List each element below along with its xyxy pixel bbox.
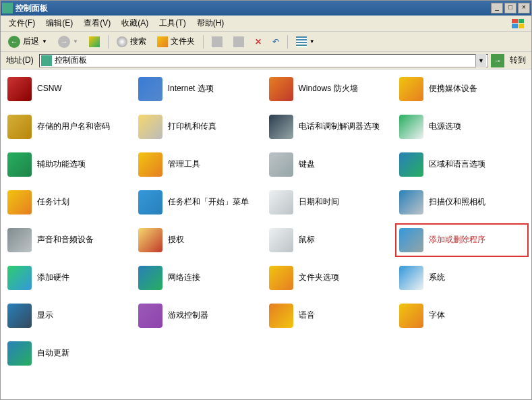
address-combo[interactable]: 控制面板 ▼ (39, 54, 488, 67)
menu-edit[interactable]: 编辑(E) (40, 16, 78, 30)
mouse-icon (269, 228, 293, 252)
credentials-icon (7, 115, 32, 139)
cp-item-label: 键盘 (299, 159, 315, 170)
cp-item-taskbar[interactable]: 任务栏和「开始」菜单 (137, 188, 265, 217)
search-button[interactable]: 搜索 (112, 34, 151, 50)
keyboard-icon (269, 152, 293, 177)
cp-item-label: 任务栏和「开始」菜单 (168, 197, 249, 208)
cp-item-label: 电源选项 (429, 121, 461, 132)
folders-icon (157, 36, 168, 47)
toolbar: ← 后退 ▼ → ▼ 搜索 文件夹 ✕ ↶ ▼ (1, 32, 531, 52)
datetime-icon (269, 190, 293, 215)
cp-item-firewall[interactable]: Windows 防火墙 (268, 75, 396, 103)
cp-item-internet[interactable]: Internet 选项 (137, 75, 265, 103)
cp-item-phone[interactable]: 电话和调制解调器选项 (268, 113, 396, 141)
folders-button[interactable]: 文件夹 (152, 34, 200, 50)
cp-item-label: 管理工具 (168, 159, 200, 170)
app-icon (2, 3, 13, 13)
cp-item-display[interactable]: 显示 (6, 302, 134, 330)
cp-item-label: 电话和调制解调器选项 (299, 121, 380, 132)
cp-item-tasks[interactable]: 任务计划 (6, 188, 134, 217)
forward-dropdown-icon: ▼ (73, 38, 78, 45)
cp-item-label: Windows 防火墙 (299, 84, 358, 94)
update-icon (7, 341, 32, 366)
cp-item-addhw[interactable]: 添加硬件 (6, 264, 134, 292)
menu-favorites[interactable]: 收藏(A) (116, 16, 154, 30)
cp-item-printer[interactable]: 打印机和传真 (137, 113, 265, 141)
cp-item-label: CSNW (37, 84, 62, 94)
gamepad-icon (138, 304, 162, 328)
cp-item-portable[interactable]: 便携媒体设备 (398, 75, 526, 103)
delete-button[interactable]: ✕ (250, 34, 266, 50)
cp-item-region[interactable]: 区域和语言选项 (398, 150, 526, 179)
address-dropdown-icon[interactable]: ▼ (475, 54, 486, 67)
minimize-button[interactable]: _ (491, 3, 503, 13)
cp-item-label: 辅助功能选项 (37, 159, 86, 170)
cp-item-label: 便携媒体设备 (429, 84, 477, 94)
copyto-button[interactable] (229, 34, 249, 50)
maximize-button[interactable]: □ (504, 3, 516, 13)
menu-tools[interactable]: 工具(T) (154, 16, 191, 30)
moveto-button[interactable] (207, 34, 227, 50)
window-buttons: _ □ × (490, 3, 530, 13)
menu-file[interactable]: 文件(F) (3, 16, 40, 30)
up-button[interactable] (84, 34, 105, 50)
cp-item-label: 任务计划 (37, 197, 69, 208)
cp-item-keyboard[interactable]: 键盘 (268, 150, 396, 179)
cp-item-addremove[interactable]: 添加或删除程序 (398, 226, 526, 254)
cp-item-label: 显示 (37, 310, 53, 321)
cp-item-power[interactable]: 电源选项 (398, 113, 526, 141)
cp-item-license[interactable]: 授权 (137, 226, 265, 254)
cp-item-admintools[interactable]: 管理工具 (137, 150, 265, 179)
menu-help[interactable]: 帮助(H) (191, 16, 230, 30)
scanner-icon (399, 190, 423, 215)
cp-item-label: 存储的用户名和密码 (37, 121, 110, 132)
display-icon (7, 304, 32, 328)
back-button[interactable]: ← 后退 ▼ (3, 34, 52, 50)
delete-icon: ✕ (255, 37, 262, 47)
cp-item-label: 区域和语言选项 (429, 159, 485, 170)
csnw-icon (7, 77, 32, 101)
cp-item-network[interactable]: 网络连接 (137, 264, 265, 292)
cp-item-gamepad[interactable]: 游戏控制器 (137, 302, 265, 330)
fonts-icon (399, 304, 423, 328)
go-arrow-icon: → (494, 56, 502, 65)
firewall-icon (269, 77, 293, 101)
addremove-icon (399, 228, 423, 252)
title-bar: 控制面板 _ □ × (1, 1, 531, 16)
cp-item-folder[interactable]: 文件夹选项 (268, 264, 396, 292)
forward-button[interactable]: → ▼ (53, 34, 83, 50)
cp-item-label: 声音和音频设备 (37, 235, 94, 246)
cp-item-label: 添加硬件 (37, 273, 69, 283)
go-button[interactable]: → (491, 54, 504, 67)
menu-view[interactable]: 查看(V) (78, 16, 116, 30)
cp-item-label: 语音 (299, 310, 315, 321)
menu-bar: 文件(F) 编辑(E) 查看(V) 收藏(A) 工具(T) 帮助(H) (1, 16, 531, 32)
views-button[interactable]: ▼ (291, 34, 320, 50)
undo-button[interactable]: ↶ (268, 34, 284, 50)
cp-item-scanner[interactable]: 扫描仪和照相机 (398, 188, 526, 217)
cp-item-sound[interactable]: 声音和音频设备 (6, 226, 134, 254)
cp-item-credentials[interactable]: 存储的用户名和密码 (6, 113, 134, 141)
address-label: 地址(D) (3, 55, 36, 66)
cp-item-label: 网络连接 (168, 273, 200, 283)
power-icon (399, 115, 423, 139)
internet-icon (138, 77, 162, 101)
addhw-icon (7, 266, 32, 290)
cp-item-label: 日期和时间 (299, 197, 339, 208)
cp-item-mouse[interactable]: 鼠标 (268, 226, 396, 254)
search-label: 搜索 (130, 36, 146, 47)
cp-item-label: 授权 (168, 235, 184, 246)
cp-item-system[interactable]: 系统 (398, 264, 526, 292)
cp-item-update[interactable]: 自动更新 (6, 339, 134, 368)
up-folder-icon (89, 36, 100, 47)
cp-item-datetime[interactable]: 日期和时间 (268, 188, 396, 217)
cp-item-access[interactable]: 辅助功能选项 (6, 150, 134, 179)
cp-item-csnw[interactable]: CSNW (6, 75, 134, 103)
cp-item-fonts[interactable]: 字体 (398, 302, 526, 330)
separator (108, 35, 109, 49)
close-button[interactable]: × (518, 3, 530, 13)
address-bar: 地址(D) 控制面板 ▼ → 转到 (1, 52, 531, 69)
cp-item-speech[interactable]: 语音 (268, 302, 396, 330)
cp-item-label: 自动更新 (37, 348, 69, 359)
